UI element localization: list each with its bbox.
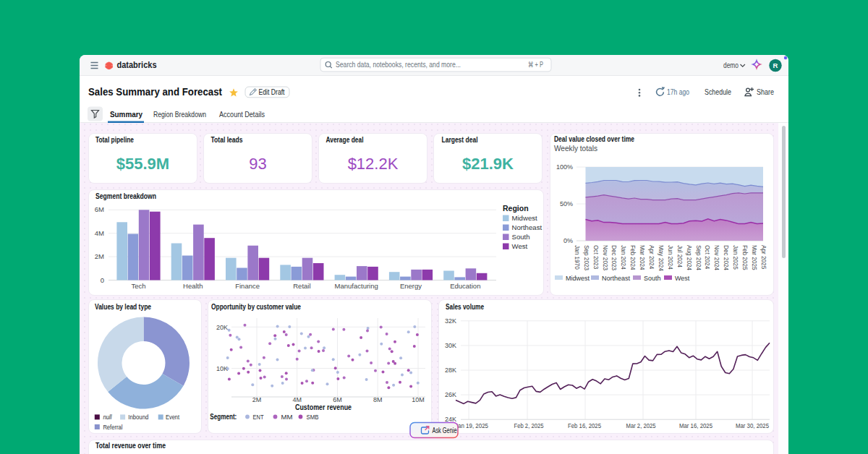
svg-text:Search data, notebooks, recent: Search data, notebooks, recents, and mor… — [336, 61, 461, 69]
svg-text:databricks: databricks — [117, 60, 157, 70]
svg-text:demo: demo — [723, 61, 739, 69]
svg-text:Share: Share — [757, 87, 774, 96]
svg-text:Schedule: Schedule — [705, 87, 731, 96]
svg-text:⌘ + P: ⌘ + P — [528, 61, 543, 69]
svg-text:17h ago: 17h ago — [667, 87, 689, 96]
svg-text:Sales Summary and Forecast: Sales Summary and Forecast — [88, 85, 222, 98]
svg-text:Edit Draft: Edit Draft — [259, 88, 285, 96]
svg-text:Account Details: Account Details — [219, 110, 265, 119]
svg-text:R: R — [773, 61, 778, 69]
svg-text:Summary: Summary — [110, 110, 143, 119]
svg-text:Region Breakdown: Region Breakdown — [153, 110, 206, 119]
